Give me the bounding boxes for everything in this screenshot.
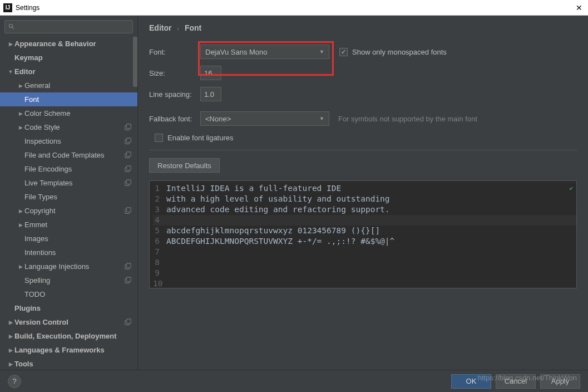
sidebar-item-copyright[interactable]: Copyright [0,204,137,218]
breadcrumb-leaf: Font [185,23,201,32]
project-badge-icon [124,179,132,187]
size-input[interactable]: 16 [200,66,221,80]
sidebar-item-label: Version Control [14,318,68,326]
sidebar-item-version-control[interactable]: Version Control [0,315,137,329]
line-number: 4 [153,215,166,226]
chevron-right-icon: › [174,25,182,32]
breadcrumb-root[interactable]: Editor [149,23,171,32]
arrow-right-icon [7,334,14,339]
sidebar-item-label: Tools [14,360,33,368]
sidebar-item-label: File Types [24,193,57,201]
project-badge-icon [124,318,132,326]
monospaced-label: Show only monospaced fonts [352,48,447,56]
arrow-right-icon [7,361,14,367]
arrow-right-icon [17,208,24,214]
ligatures-label: Enable font ligatures [167,134,234,142]
arrow-right-icon [7,347,14,353]
close-icon[interactable]: ✕ [574,3,585,12]
sidebar-item-language-injections[interactable]: Language Injections [0,259,137,273]
sidebar-item-file-types[interactable]: File Types [0,190,137,204]
preview-text: advanced code editing and refactoring su… [166,204,390,215]
sidebar-item-label: Appearance & Behavior [14,40,96,48]
line-number: 8 [153,257,166,268]
footer: ? OK Cancel Apply [0,370,588,392]
sidebar-item-label: Language Injections [24,262,89,271]
sidebar-item-file-and-code-templates[interactable]: File and Code Templates [0,148,137,162]
line-spacing-input[interactable]: 1.0 [200,87,221,101]
sidebar-item-plugins[interactable]: Plugins [0,301,137,315]
size-label: Size: [149,69,200,77]
monospaced-checkbox[interactable]: ✓ Show only monospaced fonts [339,48,447,56]
content-panel: Editor › Font Font: DejaVu Sans Mono ▼ ✓… [138,16,588,370]
sidebar-item-inspections[interactable]: Inspections [0,134,137,148]
arrow-right-icon [7,320,14,325]
sidebar-item-spelling[interactable]: Spelling [0,273,137,287]
ligatures-checkbox[interactable]: Enable font ligatures [155,134,234,142]
arrow-down-icon [7,69,14,75]
svg-rect-15 [126,263,131,267]
svg-line-1 [12,27,14,29]
preview-text: with a high level of usability and outst… [166,194,390,204]
project-badge-icon [124,124,132,131]
line-number: 10 [153,278,166,288]
arrow-right-icon [17,222,24,228]
line-spacing-label: Line spacing: [149,90,200,99]
sidebar-item-label: Languages & Frameworks [14,346,105,354]
font-label: Font: [149,48,200,56]
sidebar-item-label: Spelling [24,276,50,285]
sidebar-item-editor[interactable]: Editor [0,65,137,79]
help-button[interactable]: ? [8,375,21,388]
preview-line: 9 [153,268,576,278]
sidebar-item-appearance-behavior[interactable]: Appearance & Behavior [0,37,137,51]
sidebar-item-emmet[interactable]: Emmet [0,218,137,232]
ok-check-icon: ✔ [569,183,573,194]
sidebar-item-label: Inspections [24,137,61,145]
ok-button[interactable]: OK [451,374,491,389]
sidebar-item-images[interactable]: Images [0,232,137,246]
sidebar-item-keymap[interactable]: Keymap [0,51,137,65]
preview-line: 4 [153,215,576,226]
search-input[interactable] [4,20,133,33]
sidebar-item-build-execution-deployment[interactable]: Build, Execution, Deployment [0,329,137,343]
sidebar-item-label: Code Style [24,123,60,131]
line-number: 3 [153,204,166,215]
fallback-select[interactable]: <None> ▼ [200,111,329,126]
preview-text: abcdefghijklmnopqrstuvwxyz 0123456789 ()… [166,226,380,236]
project-badge-icon [124,263,132,271]
arrow-right-icon [17,111,24,116]
sidebar-item-tools[interactable]: Tools [0,357,137,370]
sidebar-item-file-encodings[interactable]: File Encodings [0,162,137,176]
apply-button[interactable]: Apply [540,374,580,389]
preview-text: IntelliJ IDEA is a full-featured IDE [166,183,341,194]
sidebar-item-font[interactable]: Font [0,92,137,106]
sidebar-item-live-templates[interactable]: Live Templates [0,176,137,190]
font-select[interactable]: DejaVu Sans Mono ▼ [200,45,329,59]
sidebar-item-label: Editor [14,67,36,76]
project-badge-icon [124,207,132,215]
sidebar-item-color-scheme[interactable]: Color Scheme [0,106,137,120]
preview-line: 10 [153,278,576,288]
sidebar-item-general[interactable]: General [0,79,137,92]
arrow-right-icon [17,125,24,130]
sidebar-item-label: Images [24,234,48,243]
sidebar-item-label: Build, Execution, Deployment [14,332,116,340]
arrow-right-icon [17,83,24,89]
preview-line: 1IntelliJ IDEA is a full-featured IDE [153,183,576,194]
chevron-down-icon: ▼ [319,49,324,55]
line-number: 2 [153,194,166,204]
sidebar-item-languages-frameworks[interactable]: Languages & Frameworks [0,343,137,357]
preview-line: 6ABCDEFGHIJKLMNOPQRSTUVWXYZ +-*/= .,;:!?… [153,236,576,247]
cancel-button[interactable]: Cancel [496,374,536,389]
font-value: DejaVu Sans Mono [205,48,268,56]
sidebar-item-code-style[interactable]: Code Style [0,120,137,134]
settings-tree[interactable]: Appearance & BehaviorKeymapEditorGeneral… [0,37,137,370]
restore-defaults-button[interactable]: Restore Defaults [149,158,220,173]
window-title: Settings [16,4,574,12]
sidebar-item-label: Intentions [24,248,56,257]
svg-rect-11 [126,179,131,184]
sidebar-item-intentions[interactable]: Intentions [0,246,137,259]
svg-rect-19 [126,318,131,323]
sidebar-item-todo[interactable]: TODO [0,287,137,301]
line-number: 7 [153,247,166,257]
line-number: 5 [153,226,166,236]
